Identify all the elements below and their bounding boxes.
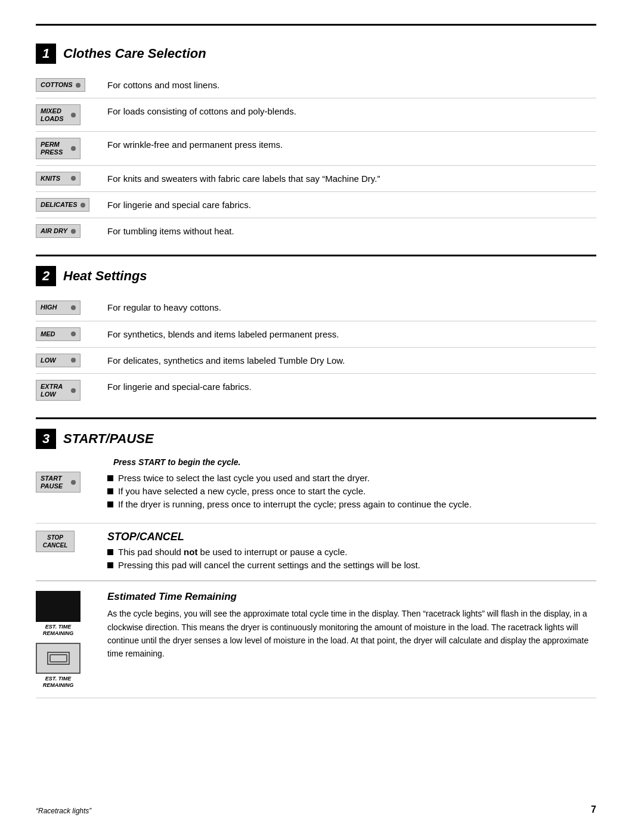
start-desc-list: Press twice to select the last cycle you…: [107, 472, 596, 512]
est-desc: As the cycle begins, you will see the ap…: [107, 607, 596, 661]
stop-button-cell: STOP CANCEL: [36, 531, 107, 552]
perm-press-desc: For wrinkle-free and permanent press ite…: [107, 138, 596, 150]
stop-bullet-2: Pressing this pad will cancel the curren…: [107, 560, 596, 570]
bullet-icon-2: [107, 488, 113, 494]
start-pause-button[interactable]: START PAUSE: [36, 472, 80, 493]
button-cell-perm: PERM PRESS: [36, 138, 107, 159]
delicates-label: DELICATES: [41, 201, 78, 209]
button-cell-airdry: AIR DRY: [36, 224, 107, 238]
stop-bullet-text-1: This pad should not be used to interrupt…: [118, 547, 347, 557]
est-content: Estimated Time Remaining As the cycle be…: [107, 591, 596, 661]
list-item: PERM PRESS For wrinkle-free and permanen…: [36, 132, 596, 165]
est-time-button-black: [36, 591, 80, 622]
low-desc: For delicates, synthetics and items labe…: [107, 354, 596, 366]
section1-number: 1: [36, 44, 56, 64]
cottons-button[interactable]: COTTONS: [36, 78, 85, 92]
high-desc: For regular to heavy cottons.: [107, 301, 596, 312]
extra-low-label: EXTRA LOW: [41, 383, 68, 398]
start-subtitle: Press START to begin the cycle.: [113, 457, 596, 467]
high-dot: [71, 305, 76, 310]
section2-divider: [36, 255, 596, 256]
section2-title: Heat Settings: [63, 268, 147, 284]
mixed-loads-dot: [71, 113, 76, 117]
stop-title: STOP/CANCEL: [107, 531, 596, 543]
start-row: START PAUSE Press twice to select the la…: [36, 472, 596, 518]
est-black-label: EST. TIMEREMAINING: [43, 624, 74, 637]
med-label: MED: [41, 330, 68, 338]
section3-title: START/PAUSE: [63, 431, 154, 447]
extra-low-button[interactable]: EXTRA LOW: [36, 380, 80, 401]
stop-content: STOP/CANCEL This pad should not be used …: [107, 531, 596, 573]
button-cell-med: MED: [36, 327, 107, 341]
start-bullet-1: Press twice to select the last cycle you…: [107, 473, 596, 483]
mixed-loads-button[interactable]: MIXED LOADS: [36, 104, 80, 125]
med-desc: For synthetics, blends and items labeled…: [107, 327, 596, 339]
stop-bullet-text-2: Pressing this pad will cancel the curren…: [118, 560, 420, 570]
air-dry-desc: For tumbling items without heat.: [107, 224, 596, 236]
list-item: HIGH For regular to heavy cottons.: [36, 295, 596, 321]
med-dot: [71, 332, 76, 336]
button-cell-extralow: EXTRA LOW: [36, 380, 107, 401]
stop-cancel-button[interactable]: STOP CANCEL: [36, 531, 75, 552]
section3-number: 3: [36, 429, 56, 449]
perm-press-label: PERM PRESS: [41, 141, 68, 156]
display-icon: [47, 652, 70, 665]
clothes-care-list: COTTONS For cottons and most linens. MIX…: [36, 72, 596, 244]
bullet-icon-3: [107, 501, 113, 507]
mixed-loads-label: MIXED LOADS: [41, 107, 68, 122]
cottons-desc: For cottons and most linens.: [107, 78, 596, 90]
knits-button[interactable]: KNITS: [36, 172, 80, 185]
page-number: 7: [591, 804, 596, 815]
estimated-time-section: EST. TIMEREMAINING EST. TIMEREMAINING Es…: [36, 581, 596, 698]
low-dot: [71, 358, 76, 363]
est-outline-label: EST. TIMEREMAINING: [43, 676, 74, 689]
med-button[interactable]: MED: [36, 327, 80, 341]
stop-bullet-icon-2: [107, 562, 113, 568]
bullet-icon-1: [107, 475, 113, 481]
air-dry-button[interactable]: AIR DRY: [36, 224, 80, 238]
air-dry-label: AIR DRY: [41, 227, 68, 235]
section2-number: 2: [36, 266, 56, 286]
low-button[interactable]: LOW: [36, 354, 80, 367]
list-item: AIR DRY For tumbling items without heat.: [36, 218, 596, 244]
perm-press-button[interactable]: PERM PRESS: [36, 138, 80, 159]
list-item: MIXED LOADS For loads consisting of cott…: [36, 98, 596, 132]
list-item: KNITS For knits and sweaters with fabric…: [36, 166, 596, 192]
heat-settings-list: HIGH For regular to heavy cottons. MED F…: [36, 295, 596, 407]
start-bullet-3: If the dryer is running, press once to i…: [107, 499, 596, 509]
est-buttons-cell: EST. TIMEREMAINING EST. TIMEREMAINING: [36, 591, 107, 688]
list-item: LOW For delicates, synthetics and items …: [36, 348, 596, 374]
mixed-loads-desc: For loads consisting of cottons and poly…: [107, 104, 596, 116]
stop-bullet-1: This pad should not be used to interrupt…: [107, 547, 596, 557]
high-label: HIGH: [41, 304, 68, 311]
page-footer: “Racetrack lights” 7: [36, 804, 596, 815]
section3-divider: [36, 417, 596, 419]
est-outline-group: EST. TIMEREMAINING: [36, 643, 80, 689]
section3-header: 3 START/PAUSE: [36, 429, 596, 449]
knits-dot: [71, 176, 76, 181]
low-label: LOW: [41, 357, 68, 364]
list-item: MED For synthetics, blends and items lab…: [36, 321, 596, 348]
perm-press-dot: [71, 146, 76, 151]
button-cell-low: LOW: [36, 354, 107, 367]
est-time-button-outline: [36, 643, 80, 674]
button-cell-mixed: MIXED LOADS: [36, 104, 107, 125]
cottons-label: COTTONS: [41, 81, 73, 89]
section1-header: 1 Clothes Care Selection: [36, 44, 596, 64]
start-bullet-text-1: Press twice to select the last cycle you…: [118, 473, 370, 483]
button-cell-high: HIGH: [36, 301, 107, 314]
start-bullet-text-2: If you have selected a new cycle, press …: [118, 486, 366, 496]
extra-low-dot: [71, 388, 76, 393]
delicates-button[interactable]: DELICATES: [36, 198, 89, 212]
button-cell-start: START PAUSE: [36, 472, 107, 493]
button-cell-delicates: DELICATES: [36, 198, 107, 212]
delicates-desc: For lingerie and special care fabrics.: [107, 198, 596, 210]
high-button[interactable]: HIGH: [36, 301, 80, 314]
top-border: [36, 24, 596, 26]
list-item: COTTONS For cottons and most linens.: [36, 72, 596, 98]
racetrack-caption: “Racetrack lights”: [36, 807, 91, 815]
stop-cancel-section: STOP CANCEL STOP/CANCEL This pad should …: [36, 524, 596, 581]
knits-desc: For knits and sweaters with fabric care …: [107, 172, 596, 184]
list-item: DELICATES For lingerie and special care …: [36, 192, 596, 218]
section2-header: 2 Heat Settings: [36, 266, 596, 286]
